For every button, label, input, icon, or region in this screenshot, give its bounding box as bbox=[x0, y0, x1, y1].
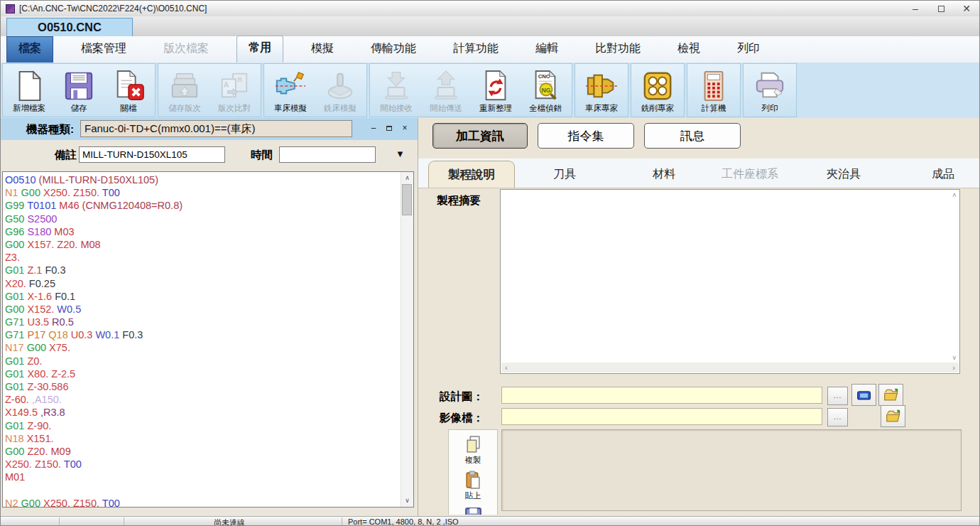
save-icon bbox=[62, 68, 96, 103]
code-line[interactable]: G01 X-1.6 F0.1 bbox=[5, 291, 401, 304]
scrollbar-thumb[interactable] bbox=[402, 184, 412, 215]
mill-expert-button[interactable]: 銑削專家 bbox=[633, 65, 682, 116]
debug-icon: CNCNG bbox=[528, 68, 562, 103]
vertical-scrollbar[interactable]: ∧ ∨ bbox=[401, 172, 413, 507]
time-input[interactable] bbox=[279, 146, 376, 163]
new-file-button[interactable]: 新增檔案 bbox=[4, 65, 54, 116]
panel-minimize-button[interactable]: – bbox=[368, 123, 379, 133]
calculator-button[interactable]: 計算機 bbox=[689, 65, 739, 116]
toolbar-button-label: 開始傳送 bbox=[430, 103, 462, 114]
info-view-button-0[interactable]: 加工資訊 bbox=[432, 123, 528, 149]
toolbar-group: 新增檔案儲存關檔 bbox=[2, 63, 156, 117]
info-view-button-1[interactable]: 指令集 bbox=[538, 123, 634, 149]
menu-tab-4[interactable]: 模擬 bbox=[302, 37, 343, 63]
menu-tab-7[interactable]: 編輯 bbox=[526, 37, 567, 63]
info-tab-5[interactable]: 成品 bbox=[932, 167, 954, 182]
paste-button[interactable]: 貼上 bbox=[449, 466, 497, 501]
image-open-folder-button[interactable] bbox=[881, 405, 905, 427]
lathe-sim-icon bbox=[273, 68, 307, 103]
code-line[interactable]: G01 Z0. bbox=[5, 355, 401, 368]
code-line[interactable]: G50 S2500 bbox=[5, 213, 401, 226]
info-tab-2[interactable]: 材料 bbox=[653, 167, 675, 182]
print-button[interactable]: 列印 bbox=[745, 65, 795, 116]
scroll-left-icon[interactable]: ‹ bbox=[505, 363, 508, 372]
code-line[interactable]: Z-60. ,A150. bbox=[5, 394, 401, 407]
machine-panel-header: 機器種類: – × bbox=[1, 118, 418, 141]
gcode-editor[interactable]: O0510 (MILL-TURN-D150XL105)N1 G00 X250. … bbox=[2, 171, 414, 508]
design-drawing-input[interactable] bbox=[501, 387, 822, 404]
menu-tab-3[interactable]: 常用 bbox=[236, 36, 283, 63]
lathe-expert-button[interactable]: 車床專家 bbox=[577, 65, 626, 116]
info-tab-4[interactable]: 夾治具 bbox=[827, 167, 861, 182]
toolbar-button-label: 車床專家 bbox=[585, 103, 618, 114]
summary-textarea[interactable]: ∧ ∨ ‹ › bbox=[500, 189, 960, 374]
lathe-sim-button[interactable]: 車床模擬 bbox=[266, 65, 315, 116]
info-tab-0[interactable]: 製程說明 bbox=[428, 161, 515, 188]
code-line[interactable]: G01 Z-30.586 bbox=[5, 381, 401, 394]
scroll-right-icon[interactable]: › bbox=[952, 363, 955, 372]
code-line[interactable]: G99 T0101 M46 (CNMG120408=R0.8) bbox=[5, 200, 401, 213]
code-line[interactable]: M01 bbox=[5, 471, 401, 484]
panel-close-button[interactable]: × bbox=[399, 123, 410, 133]
code-line[interactable]: N1 G00 X250. Z150. T00 bbox=[5, 187, 401, 200]
scroll-up-icon[interactable]: ∧ bbox=[952, 191, 957, 198]
info-tab-1[interactable]: 刀具 bbox=[553, 167, 576, 182]
code-line[interactable]: N18 X151. bbox=[5, 433, 401, 446]
dropdown-icon[interactable]: ▼ bbox=[396, 149, 405, 159]
floppy-small-button[interactable] bbox=[449, 501, 497, 515]
machine-type-field[interactable] bbox=[80, 120, 352, 137]
code-line[interactable]: X20. F0.25 bbox=[5, 278, 401, 291]
compare-version-button: BA版次比對 bbox=[209, 65, 259, 116]
menu-tab-0[interactable]: 檔案 bbox=[6, 36, 53, 63]
code-line[interactable]: G01 X80. Z-2.5 bbox=[5, 368, 401, 381]
scroll-up-icon[interactable]: ∧ bbox=[401, 173, 413, 183]
app-window: [C:\An.CNC-Tw\CNC2022\F224(+C)\O0510.CNC… bbox=[0, 0, 980, 526]
code-line[interactable]: G01 Z-90. bbox=[5, 420, 401, 433]
save-button[interactable]: 儲存 bbox=[54, 65, 104, 116]
toolbar-button-label: 開始接收 bbox=[380, 103, 413, 114]
design-viewer-button[interactable] bbox=[851, 384, 876, 406]
document-tab[interactable]: O0510.CNC bbox=[6, 18, 133, 37]
info-view-button-2[interactable]: 訊息 bbox=[644, 123, 741, 149]
code-line[interactable]: G96 S180 M03 bbox=[5, 226, 401, 239]
menu-tab-9[interactable]: 檢視 bbox=[668, 37, 709, 63]
code-line[interactable]: G00 X157. Z20. M08 bbox=[5, 239, 401, 252]
code-line[interactable] bbox=[5, 485, 401, 498]
scroll-down-icon[interactable]: ∨ bbox=[401, 495, 413, 506]
note-input[interactable] bbox=[79, 146, 225, 163]
menu-tab-8[interactable]: 比對功能 bbox=[586, 37, 650, 63]
design-open-folder-button[interactable] bbox=[878, 384, 903, 406]
horizontal-scrollbar[interactable]: ‹ › bbox=[501, 363, 959, 372]
copy-button[interactable]: 複製 bbox=[449, 430, 497, 466]
close-button[interactable]: ✕ bbox=[954, 1, 979, 16]
code-line[interactable]: X149.5 ,R3.8 bbox=[5, 407, 401, 419]
code-line[interactable]: X250. Z150. T00 bbox=[5, 458, 401, 471]
code-line[interactable]: N17 G00 X75. bbox=[5, 342, 401, 355]
panel-float-button[interactable] bbox=[383, 123, 395, 133]
toolbar-group: 計算機 bbox=[687, 63, 741, 117]
code-line[interactable]: G01 Z.1 F0.3 bbox=[5, 264, 401, 277]
image-browse-button[interactable]: ... bbox=[827, 408, 848, 426]
code-line[interactable]: N2 G00 X250. Z150. T00 bbox=[5, 498, 401, 507]
scroll-down-icon[interactable]: ∨ bbox=[952, 354, 957, 361]
svg-text:NG: NG bbox=[541, 86, 550, 93]
code-line[interactable]: Z3. bbox=[5, 252, 401, 264]
debug-button[interactable]: CNCNG全檔偵錯 bbox=[521, 65, 570, 116]
menu-tab-10[interactable]: 列印 bbox=[728, 37, 769, 63]
design-browse-button[interactable]: ... bbox=[827, 387, 848, 405]
code-line[interactable]: G00 Z20. M09 bbox=[5, 446, 401, 458]
code-line[interactable]: G00 X152. W0.5 bbox=[5, 304, 401, 316]
maximize-button[interactable] bbox=[928, 1, 954, 16]
minimize-button[interactable]: – bbox=[903, 1, 928, 16]
close-file-button[interactable]: 關檔 bbox=[104, 65, 153, 116]
image-file-input[interactable] bbox=[501, 408, 822, 425]
statusbar-separator bbox=[342, 517, 342, 526]
menu-tab-5[interactable]: 傳輸功能 bbox=[361, 37, 425, 63]
machine-code-panel: 機器種類: – × 備註 時間 ▼ O0510 (MILL-TURN-D150X… bbox=[1, 118, 418, 516]
menu-tab-6[interactable]: 計算功能 bbox=[444, 37, 508, 63]
menu-tab-1[interactable]: 檔案管理 bbox=[72, 37, 136, 63]
refresh-button[interactable]: 重新整理 bbox=[471, 65, 521, 116]
code-line[interactable]: G71 U3.5 R0.5 bbox=[5, 316, 401, 329]
code-line[interactable]: O0510 (MILL-TURN-D150XL105) bbox=[5, 174, 401, 187]
code-line[interactable]: G71 P17 Q18 U0.3 W0.1 F0.3 bbox=[5, 329, 401, 342]
